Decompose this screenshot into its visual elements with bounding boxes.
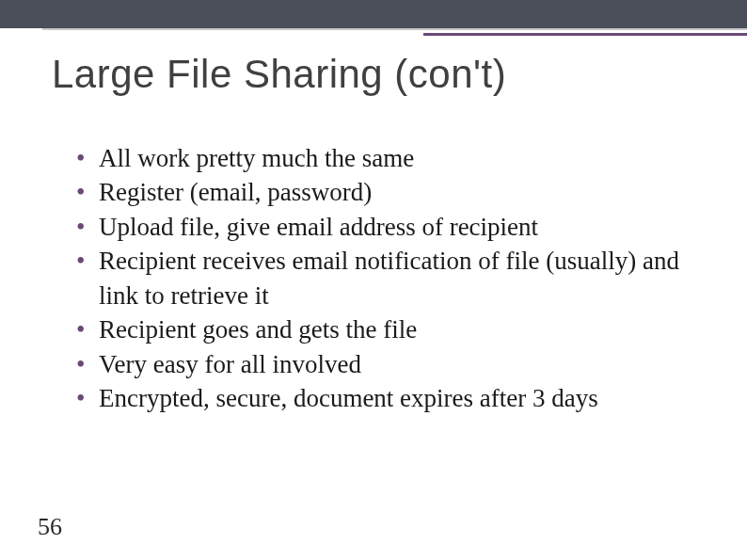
list-item: All work pretty much the same [71,141,695,175]
list-item: Register (email, password) [71,175,695,209]
list-item: Upload file, give email address of recip… [71,210,695,244]
divider-gray [42,28,747,30]
page-number: 56 [38,513,62,541]
slide: Large File Sharing (con't) All work pret… [0,0,747,560]
slide-title: Large File Sharing (con't) [52,52,506,97]
list-item: Encrypted, secure, document expires afte… [71,381,695,415]
list-item: Recipient goes and gets the file [71,312,695,346]
slide-content: All work pretty much the same Register (… [71,141,695,416]
bullet-list: All work pretty much the same Register (… [71,141,695,416]
divider-accent [423,33,747,36]
list-item: Very easy for all involved [71,347,695,381]
list-item: Recipient receives email notification of… [71,244,695,312]
divider-group [0,28,747,38]
top-bar [0,0,747,28]
